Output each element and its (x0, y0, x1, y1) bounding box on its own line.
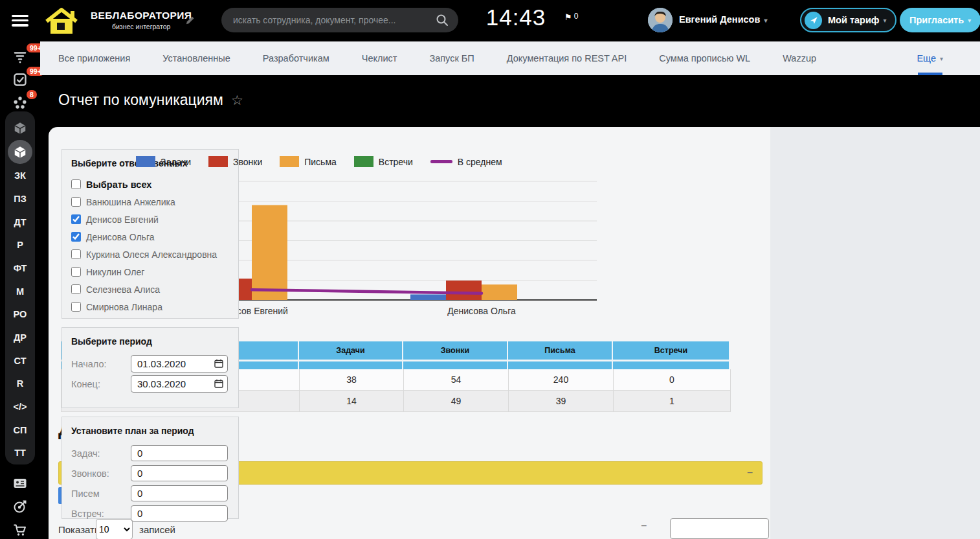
cart-icon[interactable] (12, 522, 28, 538)
invite-label: Пригласить (909, 15, 964, 25)
responsible-checkbox[interactable] (71, 197, 81, 207)
legend-label: Письма (304, 157, 337, 167)
responsible-label: Куркина Олеся Александровна (86, 249, 217, 260)
responsible-checkbox[interactable] (71, 249, 81, 259)
nav-checklist[interactable]: Чеклист (362, 53, 397, 63)
col-header-meetings: Встречи (613, 341, 730, 360)
responsible-row[interactable]: Смирнова Линара (71, 298, 229, 315)
tasks-icon[interactable]: 99+ (12, 72, 28, 87)
calendar-icon[interactable] (214, 379, 223, 388)
pager-filter-input[interactable] (670, 518, 769, 539)
plan-meetings-row: Встреч: (71, 503, 229, 523)
legend-line-swatch (430, 160, 452, 163)
menu-icon[interactable] (12, 15, 28, 27)
responsible-label: Ванюшина Анжелика (86, 197, 175, 207)
invite-button[interactable]: Пригласить ▾ (900, 8, 980, 32)
cell-meetings: 1 (614, 391, 731, 412)
sidebar-app-st[interactable]: СТ (14, 349, 27, 373)
period-start-input[interactable] (131, 355, 228, 373)
responsible-row[interactable]: Никулин Олег (71, 263, 229, 281)
plan-emails-input[interactable] (131, 485, 228, 501)
group-icon[interactable]: 8 (12, 95, 28, 111)
select-all-row[interactable]: Выбрать всех (71, 176, 229, 193)
plan-panel-title: Установите план за период (71, 426, 229, 436)
feed-icon[interactable]: 99+ (12, 49, 28, 64)
responsible-label: Селезнева Алиса (86, 284, 160, 295)
sidebar-app-code[interactable]: </> (14, 395, 27, 419)
nav-sum-wl[interactable]: Сумма прописью WL (659, 53, 750, 63)
app-cube-icon[interactable] (13, 117, 27, 140)
cell-tasks: 14 (300, 391, 404, 412)
plan-tasks-label: Задач: (71, 448, 131, 459)
sidebar-app-zk[interactable]: ЗК (14, 164, 26, 187)
responsible-row[interactable]: Денисов Евгений (71, 211, 229, 228)
responsible-checkbox[interactable] (71, 214, 81, 224)
app-cube-active-icon[interactable] (8, 140, 32, 165)
pager-collapse-icon[interactable]: − (641, 520, 647, 532)
period-start-row: Начало: (71, 354, 229, 374)
select-all-label: Выбрать всех (86, 179, 151, 190)
plan-calls-input[interactable] (131, 465, 228, 481)
responsible-checkbox[interactable] (71, 284, 81, 294)
sidebar-app-ft[interactable]: ФТ (14, 257, 27, 280)
avatar[interactable] (648, 8, 673, 32)
app-root: { "topbar": { "brand_title": "ВЕБЛАБОРАТ… (0, 0, 980, 539)
flag-count: 0 (574, 12, 579, 21)
search-input[interactable] (221, 8, 458, 32)
favorite-star-icon[interactable]: ☆ (231, 93, 243, 108)
responsible-checkbox[interactable] (71, 232, 81, 242)
user-menu[interactable]: Евгений Денисов▾ (679, 14, 767, 25)
nav-all-apps[interactable]: Все приложения (58, 53, 130, 63)
nav-more-label: Еще (917, 53, 936, 63)
sidebar-app-sp[interactable]: СП (14, 419, 27, 442)
responsible-row[interactable]: Денисова Ольга (71, 228, 229, 246)
legend-swatch (354, 156, 373, 167)
responsible-panel: Выберите ответственных Выбрать всех Ваню… (61, 149, 239, 319)
period-end-input[interactable] (131, 375, 228, 393)
sidebar-app-ro[interactable]: РО (14, 303, 27, 326)
collapse-icon[interactable]: − (747, 467, 753, 479)
legend-item-tasks: Задачи (136, 156, 191, 167)
my-tariff-button[interactable]: Мой тариф ▾ (800, 8, 896, 32)
nav-installed[interactable]: Установленные (162, 53, 230, 63)
sidebar-app-r2[interactable]: R (17, 372, 23, 395)
search-icon[interactable] (436, 14, 449, 27)
target-icon[interactable] (12, 499, 28, 514)
plan-tasks-input[interactable] (131, 445, 228, 461)
contact-card-icon[interactable] (12, 476, 28, 491)
my-tariff-label: Мой тариф (828, 15, 880, 25)
responsible-checkbox[interactable] (71, 267, 81, 277)
clock[interactable]: 14:43 (482, 5, 550, 30)
calendar-icon[interactable] (214, 359, 223, 368)
nav-rest-api-docs[interactable]: Документация по REST API (507, 53, 627, 63)
cell-tasks: 38 (300, 369, 404, 391)
page-title: Отчет по комуникациям☆ (58, 91, 243, 109)
period-end-label: Конец: (71, 379, 131, 389)
flag-counter[interactable]: ⚑0 (564, 12, 578, 22)
period-end-row: Конец: (71, 374, 229, 394)
responsible-label: Денисова Ольга (86, 232, 155, 242)
sidebar-app-dr[interactable]: ДР (14, 326, 27, 349)
apps-nav: Все приложения Установленные Разработчик… (40, 41, 980, 75)
responsible-row[interactable]: Куркина Олеся Александровна (71, 246, 229, 263)
sidebar-app-dt[interactable]: ДТ (14, 211, 26, 234)
responsible-row[interactable]: Ванюшина Анжелика (71, 193, 229, 211)
responsible-label: Денисов Евгений (86, 214, 159, 225)
sidebar-app-r[interactable]: Р (17, 233, 23, 257)
sidebar-app-m[interactable]: М (16, 280, 24, 303)
nav-wazzup[interactable]: Wazzup (783, 53, 816, 63)
plan-meetings-input[interactable] (131, 505, 228, 522)
edit-icon[interactable] (185, 16, 195, 25)
legend-item-meetings: Встречи (354, 156, 413, 167)
responsible-checkbox[interactable] (71, 302, 81, 312)
select-all-checkbox[interactable] (71, 179, 81, 189)
sidebar-app-tt[interactable]: ТТ (14, 441, 26, 464)
pager-show-label: Показать (58, 524, 100, 535)
content-panel: Задачи Звонки Письма Встречи В среднем к… (49, 127, 980, 539)
responsible-row[interactable]: Селезнева Алиса (71, 281, 229, 298)
nav-more[interactable]: Еще▾ (917, 41, 943, 75)
nav-developers[interactable]: Разработчикам (263, 53, 329, 63)
nav-bp-launch[interactable]: Запуск БП (429, 53, 474, 63)
plan-tasks-row: Задач: (71, 443, 229, 463)
sidebar-app-pz[interactable]: ПЗ (14, 187, 27, 211)
